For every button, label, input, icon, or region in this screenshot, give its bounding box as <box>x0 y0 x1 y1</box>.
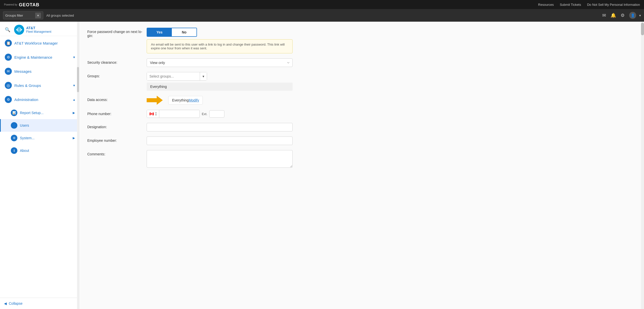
collapse-chevron-icon: ◀ <box>4 301 7 305</box>
ext-input[interactable] <box>209 110 224 118</box>
groups-everything-tag: Everything <box>147 83 293 91</box>
rules-groups-label: Rules & Groups <box>14 83 41 88</box>
groups-label: Groups: <box>87 72 143 78</box>
phone-spinner-down[interactable]: ▼ <box>155 114 157 116</box>
phone-spinner[interactable]: ▲ ▼ <box>155 112 157 116</box>
phone-number-input[interactable] <box>159 110 199 117</box>
report-setup-arrow: ▶ <box>73 111 75 115</box>
employee-number-label: Employee number: <box>87 136 143 143</box>
comments-control <box>147 150 293 168</box>
geotab-logo: GEOTAB <box>19 2 42 7</box>
resources-link[interactable]: Resources <box>538 3 554 7</box>
security-clearance-select[interactable]: View only Full access Read only <box>147 58 293 67</box>
data-access-modify-link[interactable]: Modify <box>189 98 199 102</box>
sidebar-search-button[interactable]: 🔍 <box>4 26 11 33</box>
security-clearance-row: Security clearance: View only Full acces… <box>87 58 636 67</box>
report-setup-label: Report Setup... <box>20 111 44 115</box>
messages-label: Messages <box>14 69 31 74</box>
sidebar-item-engine-maintenance[interactable]: ⚙ Engine & Maintenance ▾ <box>0 50 79 64</box>
logo-area: Powered by GEOTAB <box>4 2 42 7</box>
sidebar-sub-item-system[interactable]: ⚙ System... ▶ <box>0 132 79 144</box>
workforce-manager-label: AT&T Workforce Manager <box>14 41 58 45</box>
system-arrow: ▶ <box>73 136 75 140</box>
messages-icon: ✉ <box>5 68 12 75</box>
top-bar: Powered by GEOTAB Resources Submit Ticke… <box>0 0 644 9</box>
data-access-arrow-indicator <box>147 96 163 105</box>
designation-input[interactable] <box>147 123 293 131</box>
att-logo-icon <box>14 25 24 35</box>
sidebar-scroll-thumb <box>77 67 79 92</box>
groups-select-input[interactable] <box>147 72 200 80</box>
phone-flag-button[interactable]: 🇨🇦 ▲ ▼ <box>147 110 159 118</box>
sidebar-scroll-track[interactable] <box>77 22 79 309</box>
force-password-yes-button[interactable]: Yes <box>147 28 172 36</box>
administration-label: Administration <box>14 97 38 102</box>
svg-marker-5 <box>147 96 163 105</box>
system-label: System... <box>20 136 34 140</box>
sidebar-item-administration[interactable]: ⚙ Administration ▴ <box>0 92 79 107</box>
att-logo-text-area: AT&T Fleet Management <box>26 26 51 33</box>
security-clearance-label: Security clearance: <box>87 58 143 64</box>
data-access-row: Data access: Everything Modify <box>87 96 636 105</box>
groups-bar-status: All groups selected <box>46 14 74 17</box>
phone-number-row: Phone number: 🇨🇦 ▲ ▼ Ext. <box>87 110 636 118</box>
bell-icon[interactable]: 🔔 <box>611 13 616 18</box>
administration-chevron: ▴ <box>73 97 75 101</box>
att-company-subtitle: Fleet Management <box>26 30 51 33</box>
employee-number-control <box>147 136 293 145</box>
groups-row: Groups: ▾ Everything <box>87 72 636 91</box>
sidebar-collapse-button[interactable]: ◀ Collapse <box>0 298 79 309</box>
groups-bar-right-icons: ✉ 🔔 ⚙ 👤 ▾ <box>602 12 641 19</box>
mail-icon[interactable]: ✉ <box>602 13 606 18</box>
workforce-manager-icon: 📋 <box>5 40 12 47</box>
canada-flag-icon: 🇨🇦 <box>149 112 154 116</box>
sidebar-item-rules-groups[interactable]: ◎ Rules & Groups ▾ <box>0 78 79 92</box>
svg-text:GEOTAB: GEOTAB <box>19 2 39 7</box>
report-setup-icon: 📊 <box>11 110 17 116</box>
groups-filter-caret[interactable]: ▾ <box>35 13 41 18</box>
phone-input-group: 🇨🇦 ▲ ▼ <box>147 110 200 118</box>
main-scroll-track[interactable] <box>641 22 644 309</box>
comments-label: Comments: <box>87 150 143 156</box>
comments-textarea[interactable] <box>147 150 293 168</box>
designation-control <box>147 123 293 131</box>
sidebar-item-messages[interactable]: ✉ Messages <box>0 64 79 78</box>
ext-label: Ext. <box>202 112 207 116</box>
groups-select-wrapper[interactable]: ▾ <box>147 72 207 81</box>
sidebar-sub-item-report-setup[interactable]: 📊 Report Setup... ▶ <box>0 107 79 119</box>
sidebar-header: 🔍 AT&T Fleet Management <box>0 22 79 36</box>
user-dropdown-caret: ▾ <box>639 14 641 17</box>
phone-spinner-up[interactable]: ▲ <box>155 112 157 114</box>
data-access-label: Data access: <box>87 96 143 102</box>
top-nav: Resources Submit Tickets Do Not Sell My … <box>538 3 640 7</box>
engine-maintenance-icon: ⚙ <box>5 54 12 61</box>
gear-icon[interactable]: ⚙ <box>621 13 625 18</box>
phone-wrap: 🇨🇦 ▲ ▼ Ext. <box>147 110 293 118</box>
sidebar-sub-item-about[interactable]: ℹ About <box>0 144 79 157</box>
designation-label: Designation: <box>87 123 143 129</box>
data-access-control-area: Everything Modify <box>147 96 203 105</box>
employee-number-input[interactable] <box>147 136 293 145</box>
groups-filter-dropdown[interactable]: Groups filter ▾ <box>3 11 43 19</box>
employee-number-row: Employee number: <box>87 136 636 145</box>
sidebar-sub-item-users[interactable]: 👤 Users <box>0 119 79 132</box>
sidebar-item-workforce-manager[interactable]: 📋 AT&T Workforce Manager <box>0 36 79 50</box>
app-body: 🔍 AT&T Fleet Management <box>0 22 644 309</box>
force-password-label: Force password change on next lo-gin: <box>87 28 143 38</box>
main-content: Force password change on next lo-gin: Ye… <box>79 22 644 309</box>
users-label: Users <box>20 123 29 127</box>
comments-row: Comments: <box>87 150 636 168</box>
engine-maintenance-chevron: ▾ <box>73 55 75 59</box>
submit-tickets-link[interactable]: Submit Tickets <box>560 3 581 7</box>
groups-select-caret-button[interactable]: ▾ <box>200 72 207 80</box>
security-clearance-control: View only Full access Read only <box>147 58 293 67</box>
sidebar: 🔍 AT&T Fleet Management <box>0 22 79 309</box>
user-dropdown[interactable]: 👤 ▾ <box>629 12 641 19</box>
phone-control: 🇨🇦 ▲ ▼ Ext. <box>147 110 293 118</box>
rules-groups-icon: ◎ <box>5 82 12 89</box>
do-not-sell-link[interactable]: Do Not Sell My Personal Information <box>587 3 640 7</box>
groups-filter-bar: Groups filter ▾ All groups selected ✉ 🔔 … <box>0 9 644 22</box>
force-password-control: Yes No An email will be sent to this use… <box>147 28 293 53</box>
force-password-no-button[interactable]: No <box>172 28 196 36</box>
data-access-value-wrap: Everything Modify <box>168 96 203 105</box>
